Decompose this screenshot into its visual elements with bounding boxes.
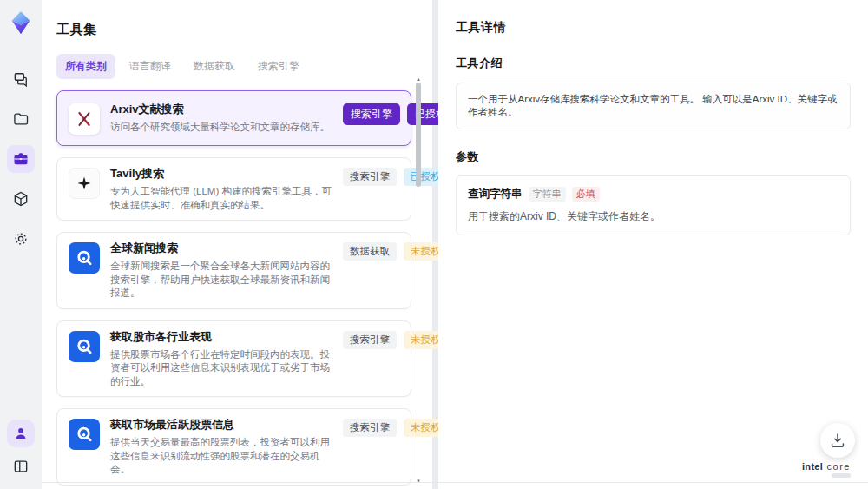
sidebar xyxy=(0,0,42,489)
tool-name: Tavily搜索 xyxy=(110,166,332,182)
download-icon xyxy=(828,431,847,450)
blue-search-icon xyxy=(69,242,100,274)
page-title: 工具集 xyxy=(56,22,411,38)
tool-name: 获取股市各行业表现 xyxy=(110,329,332,345)
tool-card[interactable]: Arxiv文献搜索 访问各个研究领域大量科学论文和文章的存储库。 搜索引擎已授权 xyxy=(56,90,411,146)
tool-card[interactable]: Tavily搜索 专为人工智能代理 (LLM) 构建的搜索引擎工具，可快速提供实… xyxy=(56,157,411,221)
sidebar-item-models[interactable] xyxy=(7,185,35,213)
tool-card[interactable]: 全球新闻搜索 全球新闻搜索是一个聚合全球各大新闻网站内容的搜索引擎，帮助用户快速… xyxy=(56,232,411,309)
arxiv-icon xyxy=(69,103,100,135)
blue-search-icon xyxy=(69,331,100,362)
user-icon xyxy=(12,425,30,442)
category-tab-0[interactable]: 所有类别 xyxy=(56,54,115,79)
param-type-badge: 字符串 xyxy=(529,187,566,202)
tool-desc: 专为人工智能代理 (LLM) 构建的搜索引擎工具，可快速提供实时、准确和真实的结… xyxy=(110,185,332,212)
tool-desc: 提供股票市场各个行业在特定时间段内的表现。投资者可以利用这些信息来识别表现优于或… xyxy=(110,348,332,389)
tool-tag: 搜索引擎 xyxy=(343,419,397,437)
sidebar-nav xyxy=(7,65,35,253)
logo-gem-icon xyxy=(8,10,34,36)
sidebar-bottom xyxy=(7,420,35,480)
param-head: 查询字符串 字符串 必填 xyxy=(468,187,838,202)
tool-text: 获取市场最活跃股票信息 提供当天交易量最高的股票列表，投资者可以利用这些信息来识… xyxy=(110,417,332,477)
sidebar-item-account[interactable] xyxy=(7,420,35,447)
tools-panel: 工具集 所有类别语言翻译数据获取搜索引擎 Arxiv文献搜索 访问各个研究领域大… xyxy=(42,0,432,489)
tool-name: Arxiv文献搜索 xyxy=(110,102,332,117)
bottom-divider xyxy=(42,482,868,483)
tool-name: 获取市场最活跃股票信息 xyxy=(110,417,332,433)
folder-icon xyxy=(12,110,30,128)
tool-tags: 搜索引擎未授权 xyxy=(343,417,448,437)
tool-text: Tavily搜索 专为人工智能代理 (LLM) 构建的搜索引擎工具，可快速提供实… xyxy=(110,166,332,212)
tool-details-panel: 工具详情 工具介绍 一个用于从Arxiv存储库搜索科学论文和文章的工具。 输入可… xyxy=(438,0,868,489)
sidebar-item-chat[interactable] xyxy=(7,65,35,93)
tool-desc: 提供当天交易量最高的股票列表，投资者可以利用这些信息来识别流动性强的股票和潜在的… xyxy=(110,436,332,477)
intel-wordmark: intel xyxy=(802,461,823,472)
category-tab-1[interactable]: 语言翻译 xyxy=(121,54,180,79)
tool-card[interactable]: 获取市场最活跃股票信息 提供当天交易量最高的股票列表，投资者可以利用这些信息来识… xyxy=(56,408,411,486)
category-tab-3[interactable]: 搜索引擎 xyxy=(249,54,308,79)
toolbox-icon xyxy=(12,150,30,168)
param-desc: 用于搜索的Arxiv ID、关键字或作者姓名。 xyxy=(468,209,838,224)
blue-search-icon xyxy=(69,419,100,450)
tool-name: 全球新闻搜索 xyxy=(110,241,332,256)
tool-text: 全球新闻搜索 全球新闻搜索是一个聚合全球各大新闻网站内容的搜索引擎，帮助用户快速… xyxy=(110,241,332,301)
cube-icon xyxy=(12,190,30,208)
sidebar-item-settings[interactable] xyxy=(7,225,35,253)
tool-text: 获取股市各行业表现 提供股票市场各个行业在特定时间段内的表现。投资者可以利用这些… xyxy=(110,329,332,389)
tool-tags: 搜索引擎已授权 xyxy=(343,166,448,186)
tool-card[interactable]: 获取股市各行业表现 提供股票市场各个行业在特定时间段内的表现。投资者可以利用这些… xyxy=(56,320,411,398)
tool-tags: 搜索引擎未授权 xyxy=(343,329,448,349)
intro-box: 一个用于从Arxiv存储库搜索科学论文和文章的工具。 输入可以是Arxiv ID… xyxy=(456,83,851,129)
param-name: 查询字符串 xyxy=(468,187,523,202)
app-logo[interactable] xyxy=(6,8,36,37)
param-box: 查询字符串 字符串 必填 用于搜索的Arxiv ID、关键字或作者姓名。 xyxy=(456,175,851,235)
tool-tag: 搜索引擎 xyxy=(343,331,397,349)
details-title: 工具详情 xyxy=(456,20,851,36)
tool-tags: 搜索引擎已授权 xyxy=(343,102,454,125)
list-scrollbar[interactable]: ▲ ▼ xyxy=(415,76,422,484)
scrollbar-thumb[interactable] xyxy=(416,83,421,187)
core-wordmark: core xyxy=(827,461,851,472)
sidebar-item-collapse-panel[interactable] xyxy=(7,453,35,480)
category-tab-2[interactable]: 数据获取 xyxy=(185,54,244,79)
tool-desc: 访问各个研究领域大量科学论文和文章的存储库。 xyxy=(110,121,332,135)
tool-tag: 搜索引擎 xyxy=(343,168,397,186)
sidebar-item-tools[interactable] xyxy=(7,145,35,173)
param-required-badge: 必填 xyxy=(572,187,600,202)
tool-text: Arxiv文献搜索 访问各个研究领域大量科学论文和文章的存储库。 xyxy=(110,102,332,135)
scroll-up-arrow[interactable]: ▲ xyxy=(416,76,421,82)
intel-ultra-badge xyxy=(832,473,851,478)
intro-heading: 工具介绍 xyxy=(456,56,851,71)
category-tabs: 所有类别语言翻译数据获取搜索引擎 xyxy=(56,54,411,79)
tavily-icon xyxy=(69,168,100,199)
tool-tag: 数据获取 xyxy=(343,242,397,261)
tool-tag[interactable]: 搜索引擎 xyxy=(343,103,400,125)
intel-core-logo: intel core xyxy=(802,460,851,478)
panel-layout-icon xyxy=(12,458,30,475)
sidebar-item-files[interactable] xyxy=(7,105,35,133)
download-button[interactable] xyxy=(820,423,855,458)
tool-desc: 全球新闻搜索是一个聚合全球各大新闻网站内容的搜索引擎，帮助用户快速获取全球最新资… xyxy=(110,260,332,301)
scroll-down-arrow[interactable]: ▼ xyxy=(416,479,421,484)
gear-icon xyxy=(12,230,30,248)
tool-list: Arxiv文献搜索 访问各个研究领域大量科学论文和文章的存储库。 搜索引擎已授权… xyxy=(56,90,411,489)
tool-tags: 数据获取未授权 xyxy=(343,241,448,261)
params-heading: 参数 xyxy=(456,149,851,165)
chat-icon xyxy=(12,70,30,88)
